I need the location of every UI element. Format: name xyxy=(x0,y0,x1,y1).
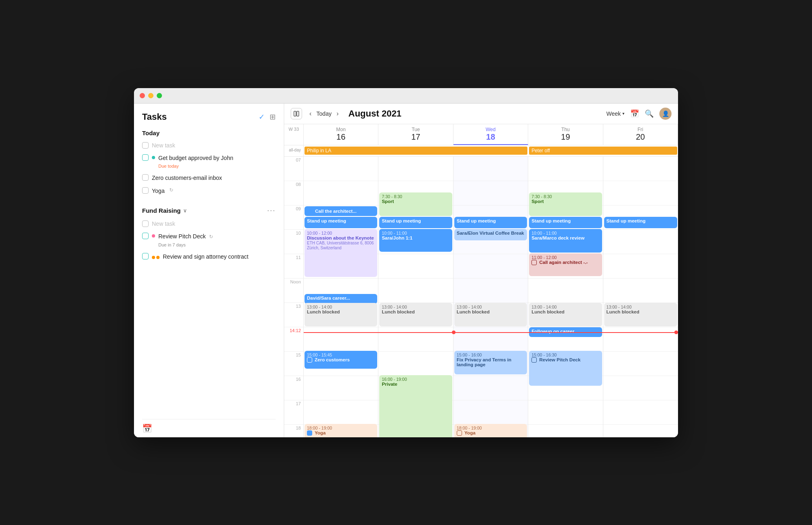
event-sara-elon[interactable]: Sara/Elon Virtual Coffee Break xyxy=(454,229,527,240)
hour-line-mon-14 xyxy=(304,327,378,352)
new-task-placeholder[interactable]: New task xyxy=(152,142,175,149)
titlebar xyxy=(134,88,678,104)
allday-peter[interactable]: Peter off xyxy=(529,147,677,155)
event-sport-tue[interactable]: 7:30 - 8:30 Sport xyxy=(379,192,452,216)
prev-button[interactable]: ‹ xyxy=(307,109,314,118)
event-zero-check xyxy=(307,357,312,363)
timeslot-07: 07 xyxy=(284,157,304,181)
calendar-main: ‹ Today › August 2021 Week ▾ 📅 🔍 👤 xyxy=(284,104,678,437)
task-yoga-text: Yoga xyxy=(152,187,164,195)
week-selector[interactable]: Week ▾ xyxy=(606,110,624,117)
event-sara-marco-title: Sara/Marco deck review xyxy=(531,235,599,240)
event-private[interactable]: 16:00 - 19:00 Private xyxy=(379,375,452,437)
event-sara-marco[interactable]: 10:00 - 11:00 Sara/Marco deck review xyxy=(529,229,602,253)
timeslot-17: 17 xyxy=(284,400,304,425)
fund-raising-more-icon[interactable]: ··· xyxy=(267,206,276,215)
task-yoga-recurring-icon: ↻ xyxy=(169,187,173,193)
maximize-button[interactable] xyxy=(157,93,162,98)
minimize-button[interactable] xyxy=(148,93,153,98)
day-num-tue: 17 xyxy=(380,132,451,142)
event-lunch-tue-title: Lunch blocked xyxy=(382,309,449,314)
timeslot-noon: Noon xyxy=(284,279,304,303)
time-column: 07 08 09 10 11 xyxy=(284,157,304,437)
event-yoga-wed-time: 18:00 - 19:00 xyxy=(457,426,525,430)
task-checkbox-budget[interactable] xyxy=(142,154,149,161)
day-header-wed: Wed 18 xyxy=(454,124,528,145)
calendar-grid-icon[interactable]: 📅 xyxy=(630,109,639,118)
event-keynote-detail: ETH CAB, Universitätstrasse 6, 8006 Züri… xyxy=(307,241,374,250)
sidebar-toggle-button[interactable] xyxy=(291,108,302,119)
calendar-bottom-icon[interactable]: 📅 xyxy=(142,424,152,433)
task-checkbox-sign[interactable] xyxy=(142,253,149,259)
search-icon[interactable]: 🔍 xyxy=(645,109,654,118)
event-sara-john[interactable]: 10:00 - 11:00 Sara/John 1:1 xyxy=(379,229,452,252)
new-task-fund-checkbox[interactable] xyxy=(142,220,149,227)
event-call-again-title: Call again architect -.- xyxy=(539,260,588,265)
close-button[interactable] xyxy=(140,93,145,98)
next-button[interactable]: › xyxy=(334,109,341,118)
event-review-pitch-thu[interactable]: 15:00 - 16:30 Review Pitch Deck xyxy=(529,351,602,386)
time-label-10: 10 xyxy=(296,231,301,235)
event-standup-fri-title: Stand up meeting xyxy=(607,218,675,223)
event-lunch-tue[interactable]: 13:00 - 14:00 Lunch blocked xyxy=(379,303,452,326)
event-lunch-tue-time: 13:00 - 14:00 xyxy=(382,305,449,309)
event-followup-career[interactable]: Followup on career... xyxy=(529,327,602,337)
day-num-fri: 20 xyxy=(605,132,676,142)
task-review-sign: Review and sign attorney contract xyxy=(142,252,276,262)
event-lunch-thu[interactable]: 13:00 - 14:00 Lunch blocked xyxy=(529,303,602,326)
event-yoga-wed[interactable]: 18:00 - 19:00 Yoga xyxy=(454,424,527,437)
new-task-fund: New task xyxy=(142,219,276,229)
timeslot-18: 18 xyxy=(284,425,304,437)
event-sport-thu[interactable]: 7:30 - 8:30 Sport xyxy=(529,192,602,216)
day-name-fri: Fri xyxy=(605,127,676,132)
event-standup-mon[interactable]: Stand up meeting xyxy=(304,217,377,228)
task-dot-orange1 xyxy=(152,256,155,259)
event-sport-tue-title: Sport xyxy=(382,199,449,204)
event-yoga-mon[interactable]: 18:00 - 19:00 Yoga xyxy=(304,424,377,437)
day-header-thu: Thu 19 xyxy=(528,124,603,145)
event-keynote-time: 10:00 - 12:00 xyxy=(307,231,375,235)
event-lunch-wed[interactable]: 13:00 - 14:00 Lunch blocked xyxy=(454,303,527,326)
event-lunch-mon[interactable]: 13:00 - 14:00 Lunch blocked xyxy=(304,303,377,326)
event-standup-wed[interactable]: Stand up meeting xyxy=(454,217,527,228)
event-check-icon xyxy=(307,208,312,214)
fund-raising-chevron-icon[interactable]: ∨ xyxy=(183,207,187,214)
fund-raising-header: Fund Raising ∨ ··· xyxy=(142,206,276,215)
time-label-07: 07 xyxy=(296,158,301,162)
time-label-17: 17 xyxy=(296,401,301,406)
fund-raising-title: Fund Raising xyxy=(142,207,181,214)
week-mode-label: Week xyxy=(606,110,621,117)
new-task-today: New task xyxy=(142,140,276,150)
user-avatar[interactable]: 👤 xyxy=(659,108,672,120)
event-lunch-fri[interactable]: 13:00 - 14:00 Lunch blocked xyxy=(604,303,677,326)
check-icon[interactable]: ✓ xyxy=(259,112,265,121)
svg-rect-0 xyxy=(294,111,296,116)
event-lunch-mon-title: Lunch blocked xyxy=(307,309,375,314)
timeslot-15: 15 xyxy=(284,352,304,376)
event-zero-time: 15:00 - 15:45 xyxy=(307,352,350,357)
task-budget-due: Due today xyxy=(158,164,179,169)
task-checkbox-yoga[interactable] xyxy=(142,187,149,194)
week-chevron-icon: ▾ xyxy=(622,111,624,116)
event-standup-thu[interactable]: Stand up meeting xyxy=(529,217,602,228)
new-task-fund-placeholder[interactable]: New task xyxy=(152,220,175,227)
event-standup-fri[interactable]: Stand up meeting xyxy=(604,217,677,228)
task-checkbox-pitch[interactable] xyxy=(142,233,149,239)
allday-philip[interactable]: Philip in LA xyxy=(304,147,527,155)
task-checkbox-zero[interactable] xyxy=(142,174,149,181)
time-grid[interactable]: 07 08 09 10 11 xyxy=(284,157,678,437)
new-task-checkbox[interactable] xyxy=(142,142,149,149)
today-button[interactable]: Today xyxy=(316,110,331,117)
time-label-13: 13 xyxy=(296,304,301,309)
task-pitch-due: Due in 7 days xyxy=(158,242,186,247)
event-zero-customers[interactable]: 15:00 - 15:45 Zero customers xyxy=(304,351,377,369)
grid-icon[interactable]: ⊞ xyxy=(270,112,276,121)
event-discussion-keynote[interactable]: 10:00 - 12:00 Discussion about the Keyno… xyxy=(304,229,377,277)
event-lunch-thu-time: 13:00 - 14:00 xyxy=(531,305,599,309)
event-fix-privacy[interactable]: 15:00 - 16:00 Fix Privacy and Terms in l… xyxy=(454,351,527,374)
event-david-sara[interactable]: David/Sara career... xyxy=(304,294,377,304)
event-call-architect[interactable]: Call the architect... xyxy=(304,206,377,216)
event-call-again[interactable]: 11:00 - 12:00 Call again architect -.- xyxy=(529,253,602,276)
task-zero-text: Zero customers-email inbox xyxy=(152,174,222,182)
event-standup-tue[interactable]: Stand up meeting xyxy=(379,217,452,228)
